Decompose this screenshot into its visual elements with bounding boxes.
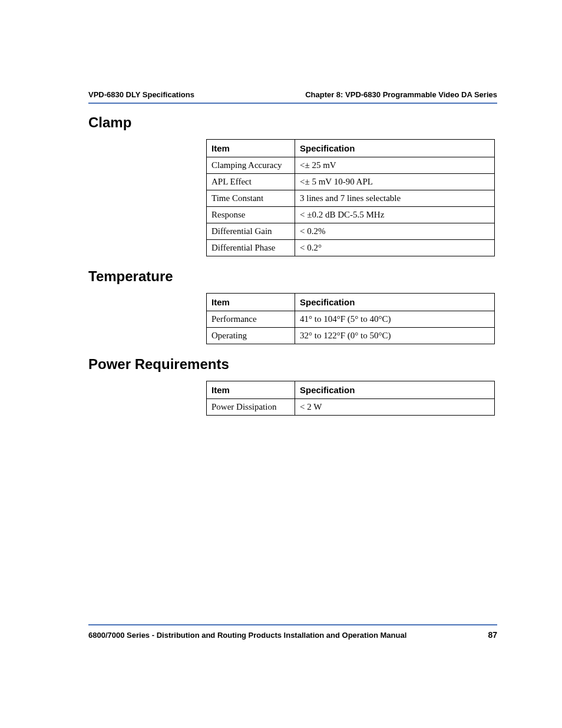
cell-spec: 3 lines and 7 lines selectable <box>295 190 495 207</box>
section-heading-clamp: Clamp <box>88 114 497 131</box>
table-row: Operating 32° to 122°F (0° to 50°C) <box>207 328 495 344</box>
cell-item: Performance <box>207 311 295 328</box>
power-table: Item Specification Power Dissipation < 2… <box>206 381 495 416</box>
cell-spec: < 2 W <box>295 399 495 416</box>
page-footer: 6800/7000 Series - Distribution and Rout… <box>88 624 497 640</box>
temperature-table: Item Specification Performance 41° to 10… <box>206 293 495 344</box>
cell-spec: < ±0.2 dB DC-5.5 MHz <box>295 207 495 223</box>
table-row: APL Effect <± 5 mV 10-90 APL <box>207 174 495 190</box>
cell-item: Clamping Accuracy <box>207 157 295 174</box>
table-header-row: Item Specification <box>207 381 495 399</box>
header-right: Chapter 8: VPD-6830 Programmable Video D… <box>305 90 497 99</box>
cell-item: Differential Gain <box>207 223 295 240</box>
cell-spec: < 0.2% <box>295 223 495 240</box>
page-number: 87 <box>488 630 497 640</box>
col-header-spec: Specification <box>295 140 495 157</box>
cell-item: Time Constant <box>207 190 295 207</box>
col-header-item: Item <box>207 140 295 157</box>
cell-item: Response <box>207 207 295 223</box>
cell-item: Differential Phase <box>207 240 295 256</box>
header-left: VPD-6830 DLY Specifications <box>88 90 194 99</box>
section-heading-temperature: Temperature <box>88 268 497 285</box>
table-row: Power Dissipation < 2 W <box>207 399 495 416</box>
table-row: Response < ±0.2 dB DC-5.5 MHz <box>207 207 495 223</box>
col-header-spec: Specification <box>295 294 495 311</box>
page-header: VPD-6830 DLY Specifications Chapter 8: V… <box>88 90 497 104</box>
cell-item: Operating <box>207 328 295 344</box>
cell-spec: < 0.2° <box>295 240 495 256</box>
cell-spec: <± 25 mV <box>295 157 495 174</box>
table-row: Time Constant 3 lines and 7 lines select… <box>207 190 495 207</box>
table-row: Performance 41° to 104°F (5° to 40°C) <box>207 311 495 328</box>
table-header-row: Item Specification <box>207 294 495 311</box>
col-header-spec: Specification <box>295 381 495 399</box>
table-row: Clamping Accuracy <± 25 mV <box>207 157 495 174</box>
clamp-table: Item Specification Clamping Accuracy <± … <box>206 139 495 256</box>
table-row: Differential Phase < 0.2° <box>207 240 495 256</box>
table-row: Differential Gain < 0.2% <box>207 223 495 240</box>
cell-item: APL Effect <box>207 174 295 190</box>
cell-item: Power Dissipation <box>207 399 295 416</box>
col-header-item: Item <box>207 294 295 311</box>
table-header-row: Item Specification <box>207 140 495 157</box>
section-heading-power: Power Requirements <box>88 356 497 373</box>
footer-title: 6800/7000 Series - Distribution and Rout… <box>88 631 406 640</box>
col-header-item: Item <box>207 381 295 399</box>
cell-spec: <± 5 mV 10-90 APL <box>295 174 495 190</box>
cell-spec: 32° to 122°F (0° to 50°C) <box>295 328 495 344</box>
cell-spec: 41° to 104°F (5° to 40°C) <box>295 311 495 328</box>
